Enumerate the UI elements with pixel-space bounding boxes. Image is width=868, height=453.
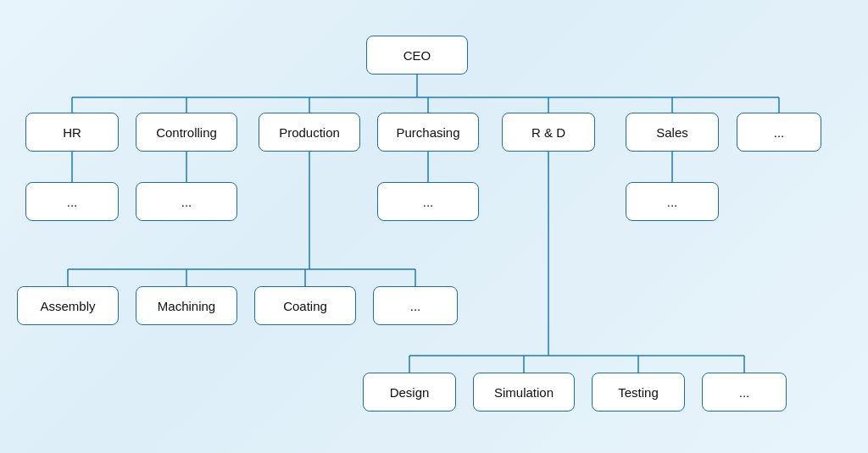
node-assembly: Assembly <box>17 286 119 325</box>
node-label-rd: R & D <box>531 125 565 140</box>
node-label-hr_more: ... <box>67 195 78 209</box>
node-purchasing: Purchasing <box>377 113 479 152</box>
node-label-hr: HR <box>63 125 81 140</box>
node-label-design: Design <box>390 385 430 400</box>
node-label-sales: Sales <box>656 125 688 140</box>
node-label-production: Production <box>279 125 340 140</box>
node-label-ctrl_more: ... <box>181 195 192 209</box>
node-production: Production <box>259 113 360 152</box>
node-label-simulation: Simulation <box>494 385 554 400</box>
node-label-prod_more: ... <box>410 299 421 313</box>
node-label-ceo: CEO <box>403 48 431 63</box>
node-label-controlling: Controlling <box>156 125 217 140</box>
node-controlling: Controlling <box>136 113 237 152</box>
node-label-coating: Coating <box>283 299 327 313</box>
node-coating: Coating <box>254 286 356 325</box>
node-prod_more: ... <box>373 286 458 325</box>
node-simulation: Simulation <box>473 373 575 412</box>
node-sales: Sales <box>626 113 719 152</box>
node-rd: R & D <box>502 113 595 152</box>
node-ctrl_more: ... <box>136 182 237 221</box>
node-label-assembly: Assembly <box>40 299 95 313</box>
node-hr_more: ... <box>25 182 119 221</box>
node-purch_more: ... <box>377 182 479 221</box>
node-rd_more: ... <box>702 373 787 412</box>
node-testing: Testing <box>592 373 685 412</box>
node-label-testing: Testing <box>618 385 659 400</box>
node-label-machining: Machining <box>158 299 215 313</box>
node-label-purch_more: ... <box>423 195 434 209</box>
node-label-purchasing: Purchasing <box>396 125 459 140</box>
node-label-rd_more: ... <box>739 385 750 400</box>
node-label-more1: ... <box>774 125 785 140</box>
node-label-sales_more: ... <box>667 195 678 209</box>
org-chart: CEOHRControllingProductionPurchasingR & … <box>0 0 868 453</box>
node-sales_more: ... <box>626 182 719 221</box>
node-more1: ... <box>737 113 821 152</box>
node-design: Design <box>363 373 456 412</box>
node-machining: Machining <box>136 286 237 325</box>
node-hr: HR <box>25 113 119 152</box>
node-ceo: CEO <box>366 36 468 75</box>
